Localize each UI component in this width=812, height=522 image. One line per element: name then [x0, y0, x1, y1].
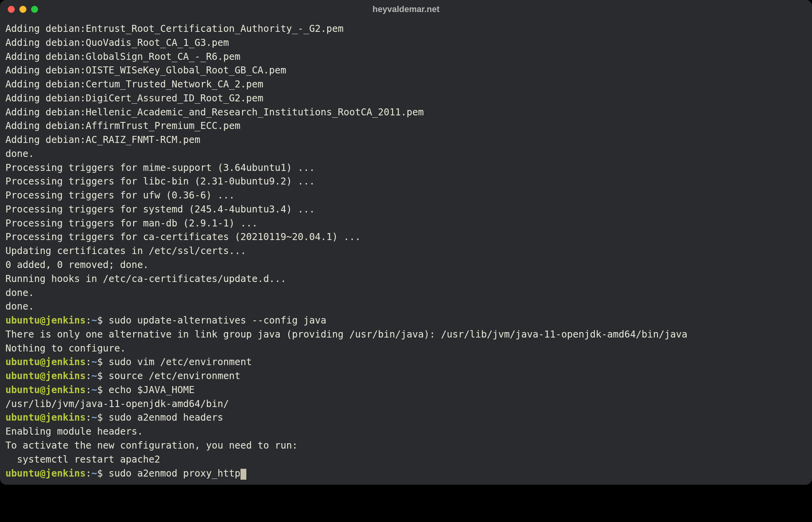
output-line: To activate the new configuration, you n… — [5, 438, 807, 452]
minimize-icon[interactable] — [19, 6, 26, 13]
prompt-path: ~ — [91, 468, 97, 479]
prompt-dollar: $ — [97, 370, 103, 381]
prompt-separator: : — [86, 315, 92, 326]
output-line: Adding debian:AffirmTrust_Premium_ECC.pe… — [5, 119, 807, 133]
prompt-dollar: $ — [97, 315, 103, 326]
prompt-line: ubuntu@jenkins:~$ source /etc/environmen… — [5, 369, 807, 383]
command-text: sudo update-alternatives --config java — [103, 315, 326, 326]
window-title: heyvaldemar.net — [373, 4, 439, 14]
prompt-user-host: ubuntu@jenkins — [5, 370, 86, 381]
prompt-path: ~ — [91, 315, 97, 326]
prompt-dollar: $ — [97, 384, 103, 395]
prompt-dollar: $ — [97, 412, 103, 423]
output-line: Nothing to configure. — [5, 341, 807, 355]
output-line: Adding debian:QuoVadis_Root_CA_1_G3.pem — [5, 36, 807, 50]
command-text: echo $JAVA_HOME — [103, 384, 195, 395]
titlebar[interactable]: heyvaldemar.net — [0, 0, 812, 19]
output-line: Processing triggers for systemd (245.4-4… — [5, 202, 807, 216]
prompt-dollar: $ — [97, 356, 103, 367]
prompt-user-host: ubuntu@jenkins — [5, 468, 86, 479]
prompt-user-host: ubuntu@jenkins — [5, 412, 86, 423]
prompt-path: ~ — [91, 356, 97, 367]
output-line: There is only one alternative in link gr… — [5, 327, 807, 341]
output-line: Adding debian:AC_RAIZ_FNMT-RCM.pem — [5, 133, 807, 147]
output-line: done. — [5, 147, 807, 161]
output-line: Processing triggers for ca-certificates … — [5, 230, 807, 244]
command-text: source /etc/environment — [103, 370, 240, 381]
prompt-line: ubuntu@jenkins:~$ sudo vim /etc/environm… — [5, 355, 807, 369]
command-input[interactable]: sudo a2enmod proxy_http — [103, 468, 240, 479]
prompt-line: ubuntu@jenkins:~$ sudo a2enmod headers — [5, 411, 807, 425]
command-text: sudo a2enmod headers — [103, 412, 223, 423]
command-text: sudo vim /etc/environment — [103, 356, 252, 367]
close-icon[interactable] — [8, 6, 15, 13]
output-line: Adding debian:Hellenic_Academic_and_Rese… — [5, 105, 807, 119]
output-line: Processing triggers for mime-support (3.… — [5, 161, 807, 175]
output-line: Processing triggers for man-db (2.9.1-1)… — [5, 216, 807, 230]
traffic-lights — [8, 6, 38, 13]
prompt-separator: : — [86, 468, 92, 479]
prompt-separator: : — [86, 356, 92, 367]
prompt-user-host: ubuntu@jenkins — [5, 384, 86, 395]
maximize-icon[interactable] — [31, 6, 38, 13]
output-line: Running hooks in /etc/ca-certificates/up… — [5, 272, 807, 286]
prompt-line-active[interactable]: ubuntu@jenkins:~$ sudo a2enmod proxy_htt… — [5, 466, 807, 480]
prompt-line: ubuntu@jenkins:~$ sudo update-alternativ… — [5, 313, 807, 327]
output-line: done. — [5, 286, 807, 300]
prompt-path: ~ — [91, 412, 97, 423]
terminal-content[interactable]: Adding debian:Entrust_Root_Certification… — [0, 19, 812, 485]
output-line: Adding debian:OISTE_WISeKey_Global_Root_… — [5, 63, 807, 77]
prompt-path: ~ — [91, 370, 97, 381]
output-line: Adding debian:GlobalSign_Root_CA_-_R6.pe… — [5, 50, 807, 64]
output-line: done. — [5, 299, 807, 313]
prompt-separator: : — [86, 384, 92, 395]
prompt-separator: : — [86, 412, 92, 423]
output-line: Processing triggers for ufw (0.36-6) ... — [5, 188, 807, 202]
output-line: systemctl restart apache2 — [5, 452, 807, 466]
prompt-line: ubuntu@jenkins:~$ echo $JAVA_HOME — [5, 383, 807, 397]
prompt-dollar: $ — [97, 468, 103, 479]
output-line: Adding debian:Entrust_Root_Certification… — [5, 22, 807, 36]
output-line: /usr/lib/jvm/java-11-openjdk-amd64/bin/ — [5, 397, 807, 411]
prompt-user-host: ubuntu@jenkins — [5, 315, 86, 326]
output-line: Adding debian:Certum_Trusted_Network_CA_… — [5, 77, 807, 91]
output-line: Adding debian:DigiCert_Assured_ID_Root_G… — [5, 91, 807, 105]
output-line: Enabling module headers. — [5, 425, 807, 438]
output-line: Processing triggers for libc-bin (2.31-0… — [5, 174, 807, 188]
cursor-icon — [240, 469, 246, 480]
prompt-user-host: ubuntu@jenkins — [5, 356, 86, 367]
output-line: Updating certificates in /etc/ssl/certs.… — [5, 244, 807, 258]
output-line: 0 added, 0 removed; done. — [5, 258, 807, 272]
prompt-path: ~ — [91, 384, 97, 395]
prompt-separator: : — [86, 370, 92, 381]
terminal-window: heyvaldemar.net Adding debian:Entrust_Ro… — [0, 0, 812, 485]
